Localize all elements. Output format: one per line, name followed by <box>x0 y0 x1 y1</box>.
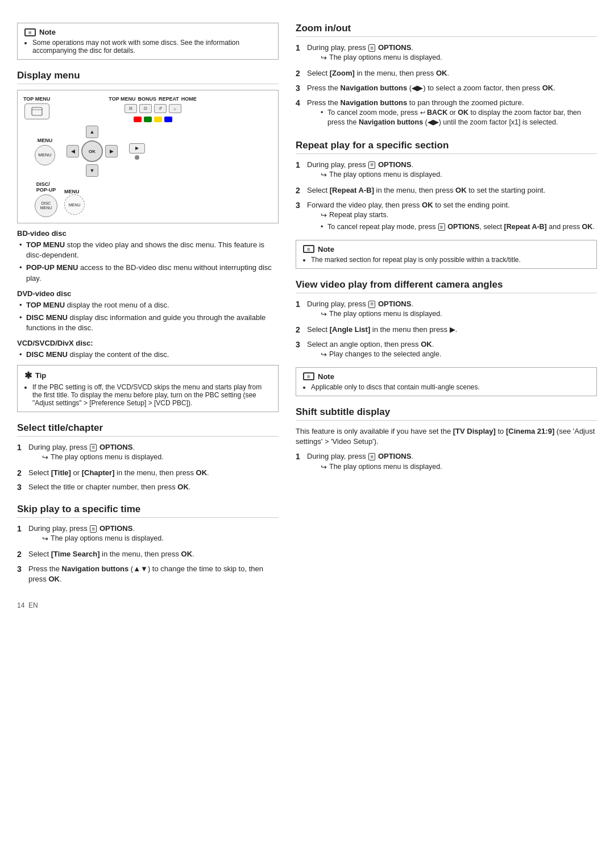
note-angle-title-text: Note <box>318 372 334 381</box>
note-repeat-title-text: Note <box>318 245 334 254</box>
bd-video-list: TOP MENU stop the video play and shows t… <box>17 240 279 284</box>
repeat-step-3-arrow1: Repeat play starts. <box>307 210 597 221</box>
tip-icon: ✱ <box>24 370 32 381</box>
repeat-step-3: Forward the video play, then press OK to… <box>296 200 597 234</box>
view-step-1-arrow: The play options menu is displayed. <box>307 309 597 319</box>
repeat-play-header: Repeat play for a specific section <box>296 140 597 154</box>
note-repeat-icon: ≡ <box>303 245 314 253</box>
nav-up-btn[interactable]: ▲ <box>86 126 98 138</box>
note-repeat-list: The marked section for repeat play is on… <box>303 256 590 264</box>
dvd-item-1: DISC MENU display disc information and g… <box>17 313 279 333</box>
view-step-2: Select [Angle List] in the menu then pre… <box>296 325 597 336</box>
ok-btn[interactable]: OK <box>81 140 103 162</box>
view-step-3-arrow: Play changes to the selected angle. <box>307 350 597 360</box>
repeat-play-steps: During play, press ≡ OPTIONS. The play o… <box>296 160 597 234</box>
nav-circle: ▲ ▼ ◀ ▶ OK <box>67 126 118 177</box>
note-box-top: ≡ Note Some operations may not work with… <box>17 23 279 60</box>
zoom-step-1-arrow: The play options menu is displayed. <box>307 53 597 63</box>
note-box-angle: ≡ Note Applicable only to discs that con… <box>296 367 597 396</box>
dvd-item-0: TOP MENU display the root menu of a disc… <box>17 300 279 310</box>
note-angle-list: Applicable only to discs that contain mu… <box>303 383 590 391</box>
page-container: ≡ Note Some operations may not work with… <box>0 0 614 632</box>
page-number: 14 EN <box>17 601 279 609</box>
repeat-step-3-bullet: To cancel repeat play mode, press ≡ OPTI… <box>307 222 597 232</box>
repeat-step-1: During play, press ≡ OPTIONS. The play o… <box>296 160 597 182</box>
note-icon: ≡ <box>24 28 36 36</box>
skip-step-3: Press the Navigation buttons (▲▼) to cha… <box>17 564 279 584</box>
bd-video-label: BD-video disc <box>17 229 279 238</box>
tip-item: If the PBC setting is off, the VCD/SVCD … <box>32 383 271 407</box>
shift-subtitle-steps: During play, press ≡ OPTIONS. The play o… <box>296 451 597 474</box>
note-box-title: ≡ Note <box>24 28 271 36</box>
skip-step-1-arrow: The play options menu is displayed. <box>28 534 279 544</box>
nav-right-btn[interactable]: ▶ <box>105 145 118 157</box>
note-repeat-title: ≡ Note <box>303 245 590 254</box>
tip-box-title: ✱ Tip <box>24 370 271 381</box>
note-angle-icon: ≡ <box>303 372 314 380</box>
view-step-3: Select an angle option, then press OK. P… <box>296 339 597 362</box>
view-video-steps: During play, press ≡ OPTIONS. The play o… <box>296 299 597 362</box>
note-box-repeat: ≡ Note The marked section for repeat pla… <box>296 240 597 269</box>
vcd-label: VCD/SVCD/DivX disc: <box>17 339 279 347</box>
tip-box: ✱ Tip If the PBC setting is off, the VCD… <box>17 365 279 412</box>
skip-play-steps: During play, press ≡ OPTIONS. The play o… <box>17 524 279 584</box>
shift-step-1: During play, press ≡ OPTIONS. The play o… <box>296 451 597 474</box>
zoom-header: Zoom in/out <box>296 23 597 37</box>
dvd-video-list: TOP MENU display the root menu of a disc… <box>17 300 279 334</box>
repeat-step-1-arrow: The play options menu is displayed. <box>307 170 597 180</box>
display-menu-title: Display menu <box>17 70 279 84</box>
note-angle-item: Applicable only to discs that contain mu… <box>311 383 590 391</box>
dvd-video-label: DVD-video disc <box>17 289 279 298</box>
shift-subtitle-intro: This feature is only available if you ha… <box>296 426 597 447</box>
tip-list: If the PBC setting is off, the VCD/SVCD … <box>24 383 271 407</box>
note-angle-title: ≡ Note <box>303 372 590 381</box>
nav-down-btn[interactable]: ▼ <box>86 164 98 177</box>
bd-item-1: POP-UP MENU access to the BD-video disc … <box>17 263 279 283</box>
zoom-step-2: Select [Zoom] in the menu, then press OK… <box>296 68 597 80</box>
svg-rect-0 <box>32 107 42 115</box>
note-item: Some operations may not work with some d… <box>32 39 271 55</box>
nav-left-btn[interactable]: ◀ <box>67 145 79 157</box>
shift-step-1-arrow: The play options menu is displayed. <box>307 462 597 472</box>
vcd-list: DISC MENU display the content of the dis… <box>17 350 279 360</box>
repeat-step-2: Select [Repeat A-B] in the menu, then pr… <box>296 185 597 197</box>
shift-subtitle-header: Shift subtitle display <box>296 406 597 421</box>
skip-play-header: Skip play to a specific time <box>17 504 279 518</box>
zoom-step-3: Press the Navigation buttons (◀▶) to sel… <box>296 83 597 94</box>
view-video-header: View video play from different camera an… <box>296 279 597 293</box>
select-title-steps: During play, press ≡ OPTIONS. The play o… <box>17 442 279 494</box>
view-step-1: During play, press ≡ OPTIONS. The play o… <box>296 299 597 321</box>
zoom-step-4-bullet: To cancel zoom mode, press ↩ BACK or OK … <box>307 108 597 128</box>
zoom-steps: During play, press ≡ OPTIONS. The play o… <box>296 43 597 130</box>
left-column: ≡ Note Some operations may not work with… <box>17 23 279 609</box>
skip-step-1: During play, press ≡ OPTIONS. The play o… <box>17 524 279 546</box>
select-title-header: Select title/chapter <box>17 422 279 437</box>
zoom-step-4: Press the Navigation buttons to pan thro… <box>296 98 597 130</box>
step-2: Select [Title] or [Chapter] in the menu,… <box>17 468 279 479</box>
step-1: During play, press ≡ OPTIONS. The play o… <box>17 442 279 464</box>
note-repeat-item: The marked section for repeat play is on… <box>311 256 590 264</box>
bd-item-0: TOP MENU stop the video play and shows t… <box>17 240 279 260</box>
note-list: Some operations may not work with some d… <box>24 39 271 55</box>
remote-diagram: TOP MENU TOP MENU BONUS REPEAT HOME <box>17 90 279 223</box>
tip-title-text: Tip <box>35 371 46 380</box>
zoom-step-1: During play, press ≡ OPTIONS. The play o… <box>296 43 597 65</box>
skip-step-2: Select [Time Search] in the menu, then p… <box>17 549 279 560</box>
step-3: Select the title or chapter number, then… <box>17 482 279 493</box>
step-1-arrow: The play options menu is displayed. <box>28 452 279 463</box>
vcd-item-0: DISC MENU display the content of the dis… <box>17 350 279 360</box>
right-column: Zoom in/out During play, press ≡ OPTIONS… <box>296 23 597 609</box>
note-title-text: Note <box>39 28 56 36</box>
